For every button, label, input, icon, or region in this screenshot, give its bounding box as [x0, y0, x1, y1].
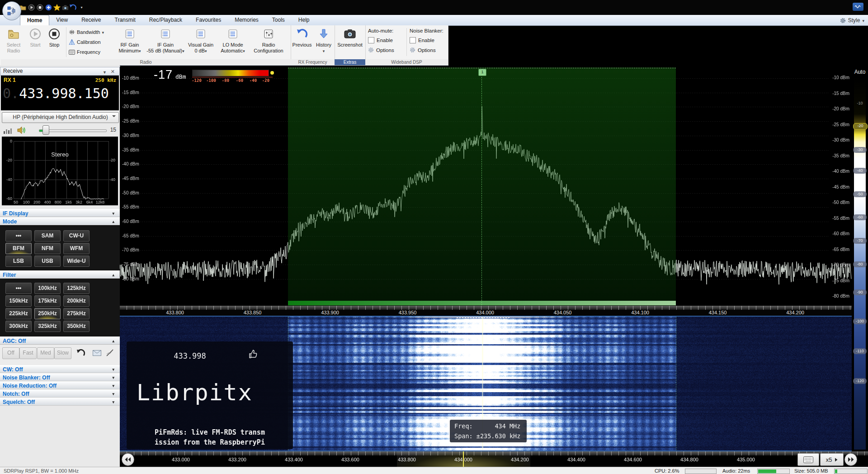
auto-scale-label[interactable]: Auto: [852, 69, 868, 75]
mode-button-usb[interactable]: USB: [34, 256, 61, 267]
mode-button-nfm[interactable]: NFM: [34, 243, 61, 254]
undo-button[interactable]: [69, 4, 77, 11]
mode-button-more[interactable]: •••: [5, 230, 32, 242]
envelope-icon[interactable]: [93, 350, 101, 356]
close-icon[interactable]: ✕: [111, 68, 115, 76]
audio-device-select[interactable]: HP (Périphérique High Definition Audio): [2, 112, 119, 123]
tab-favourites[interactable]: Favourites: [189, 15, 228, 25]
chevron-up-icon[interactable]: ▴: [112, 218, 114, 226]
snapshot-button[interactable]: [61, 4, 69, 11]
mode-button-wide-u[interactable]: Wide-U: [63, 256, 90, 267]
audio-y-label: -40: [2, 177, 12, 182]
mode-button-wfm[interactable]: WFM: [63, 243, 90, 254]
keyboard-icon: [69, 50, 75, 55]
tab-tools[interactable]: Tools: [265, 15, 292, 25]
tab-receive[interactable]: Receive: [75, 15, 108, 25]
waterfall-display[interactable]: 433.998 Librpitx PiFmRds: live FM-RDS tr…: [120, 317, 852, 450]
filter-button-325khz[interactable]: 325kHz: [34, 321, 61, 332]
filter-button-275khz[interactable]: 275kHz: [63, 308, 90, 319]
graph-pen-icon[interactable]: [106, 349, 113, 356]
tuned-frequency-line[interactable]: [481, 72, 482, 305]
section-noise-reduction[interactable]: Noise Reduction: Off▾: [0, 381, 120, 389]
section-squelch[interactable]: Squelch: Off▾: [0, 398, 120, 406]
tab-help[interactable]: Help: [292, 15, 316, 25]
qat-more-button[interactable]: ▾: [78, 4, 85, 11]
filter-button-125khz[interactable]: 125kHz: [63, 283, 90, 294]
amplitude-colorbar[interactable]: Auto -10-20-30-40-50-60-70-80-90-100-110…: [852, 67, 868, 451]
scroll-left-button[interactable]: [122, 453, 134, 466]
filter-button-350khz[interactable]: 350kHz: [63, 321, 90, 332]
zoom-factor-button[interactable]: x5: [820, 453, 844, 466]
receive-panel-header[interactable]: Receive ▼ ✕: [0, 67, 120, 76]
rx-marker-flag[interactable]: 1: [478, 69, 486, 76]
radio-configuration-button[interactable]: Radio Configuration: [249, 27, 288, 58]
frequency-digits[interactable]: 0.433.998.150: [3, 85, 109, 101]
tab-transmit[interactable]: Transmit: [108, 15, 142, 25]
bandwidth-button[interactable]: Bandwidth: [69, 28, 118, 37]
filter-button-200khz[interactable]: 200kHz: [63, 295, 90, 307]
colorbar-level-label: -10: [853, 100, 867, 106]
stop-button[interactable]: [36, 4, 44, 11]
chevron-down-icon[interactable]: ▾: [112, 398, 114, 406]
chevron-down-icon[interactable]: ▾: [112, 374, 114, 382]
add-button[interactable]: [45, 4, 52, 11]
keyboard-entry-button[interactable]: [797, 453, 819, 466]
section-filter[interactable]: Filter▴: [0, 270, 120, 279]
agc-button-off[interactable]: Off: [2, 347, 19, 359]
chevron-down-icon[interactable]: ▾: [112, 365, 114, 374]
filter-button-175khz[interactable]: 175kHz: [34, 295, 61, 307]
section-mode[interactable]: Mode▴: [0, 217, 120, 225]
chevron-down-icon[interactable]: ▾: [112, 382, 114, 390]
style-menu[interactable]: Style: [840, 16, 864, 25]
chevron-up-icon[interactable]: ▴: [112, 271, 114, 279]
chevron-up-icon[interactable]: ▴: [112, 337, 114, 345]
section-noise-blanker[interactable]: Noise Blanker: Off▾: [0, 373, 120, 381]
section-notch[interactable]: Notch: Off▾: [0, 389, 120, 398]
application-menu-button[interactable]: [2, 1, 21, 20]
automute-options-button[interactable]: Options: [368, 47, 394, 53]
speaker-icon[interactable]: [17, 126, 26, 134]
tab-view[interactable]: View: [49, 15, 75, 25]
spectrum-display[interactable]: 1 -17dBm -120-100-80-60-40-20 -10 dBm-15…: [120, 67, 852, 306]
mode-button-lsb[interactable]: LSB: [5, 256, 32, 267]
filter-button-150khz[interactable]: 150kHz: [5, 295, 32, 307]
agc-button-fast[interactable]: Fast: [19, 347, 37, 359]
passband-bottom-bar: [288, 301, 676, 305]
filter-button-more[interactable]: •••: [5, 283, 32, 294]
play-button[interactable]: [28, 4, 35, 11]
chevron-down-icon[interactable]: ▾: [112, 390, 114, 398]
frequency-lcd[interactable]: RX 1 250 kHz 0.433.998.150: [1, 76, 119, 110]
section-agc[interactable]: AGC: Off▴: [0, 337, 120, 345]
tab-home[interactable]: Home: [20, 15, 49, 25]
section-if-display[interactable]: IF Display▾: [0, 209, 120, 217]
section-cw[interactable]: CW: Off▾: [0, 365, 120, 373]
mode-button-bfm[interactable]: BFM: [5, 243, 32, 254]
spectrum-frequency-scale[interactable]: 433.800433.850433.900433.950434.000434.0…: [120, 306, 852, 316]
filter-button-300khz[interactable]: 300kHz: [5, 321, 32, 332]
right-axis-label: -55 dBm: [830, 216, 849, 221]
noise-blanker-options-button[interactable]: Options: [410, 47, 436, 53]
audio-x-label: 800: [53, 200, 63, 204]
filter-passband-region[interactable]: [288, 67, 676, 306]
stop-button-ribbon[interactable]: Stop: [45, 27, 63, 58]
filter-button-100khz[interactable]: 100kHz: [34, 283, 61, 294]
receive-panel: Receive ▼ ✕ RX 1 250 kHz 0.433.998.150 H…: [0, 65, 120, 467]
filter-button-250khz[interactable]: 250kHz: [34, 308, 61, 319]
favourite-button[interactable]: [53, 4, 61, 11]
tab-memories[interactable]: Memories: [228, 15, 265, 25]
mode-button-cw-u[interactable]: CW-U: [63, 230, 90, 242]
automute-enable-checkbox[interactable]: Enable: [368, 37, 393, 43]
chevron-down-icon[interactable]: ▾: [112, 209, 114, 218]
visual-gain-button[interactable]: Visual Gain 0 dB: [187, 27, 214, 58]
band-navigator[interactable]: 433.000433.200433.400433.600433.800434.0…: [120, 451, 868, 467]
scroll-right-button[interactable]: [844, 453, 857, 466]
noise-blanker-enable-checkbox[interactable]: Enable: [410, 37, 434, 43]
agc-button-slow[interactable]: Slow: [54, 347, 71, 359]
mode-button-sam[interactable]: SAM: [34, 230, 61, 242]
screenshot-button[interactable]: Screenshot: [336, 27, 363, 58]
tab-rec-playback[interactable]: Rec/Playback: [142, 15, 189, 25]
undo-arrow-icon[interactable]: [76, 349, 85, 357]
agc-button-med[interactable]: Med: [37, 347, 54, 359]
filter-button-225khz[interactable]: 225kHz: [5, 308, 32, 319]
volume-slider-handle[interactable]: [42, 125, 49, 135]
